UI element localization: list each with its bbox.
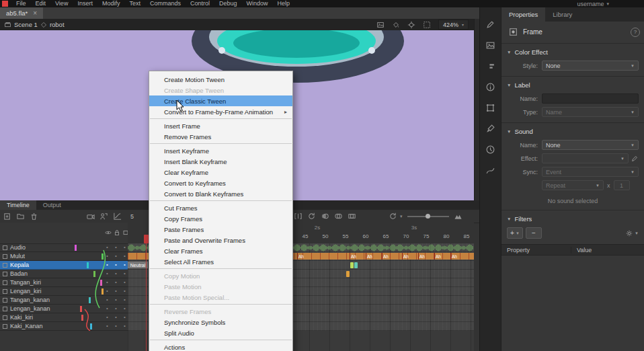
camera-icon[interactable]	[86, 212, 95, 221]
keyframe-mark[interactable]	[354, 262, 358, 268]
align-icon[interactable]	[485, 60, 497, 72]
center-playhead-icon[interactable]	[294, 212, 303, 221]
context-menu-item-clear-frames[interactable]: Clear Frames	[149, 245, 292, 256]
edit-multiple-frames-icon[interactable]	[348, 212, 356, 221]
label-name-input[interactable]	[542, 93, 639, 104]
layer-lock-dot[interactable]: •	[115, 305, 117, 311]
loop-icon[interactable]	[307, 212, 316, 221]
context-menu-item-paste-frames[interactable]: Paste Frames	[149, 224, 292, 235]
menu-text[interactable]: Text	[124, 0, 145, 7]
layer-lock-dot[interactable]: •	[115, 270, 117, 276]
refresh-icon[interactable]	[389, 212, 397, 221]
history-icon[interactable]	[485, 143, 497, 155]
chevron-down-icon[interactable]: ▾	[400, 214, 403, 219]
document-tab[interactable]: ab5.fla* ×	[0, 7, 43, 19]
layer-outline-dot[interactable]: •	[124, 305, 126, 311]
layer-lock-dot[interactable]: •	[115, 262, 117, 268]
layer-lock-dot[interactable]: •	[115, 244, 117, 250]
layer-visibility-dot[interactable]: •	[106, 288, 108, 294]
context-menu-item-cut-frames[interactable]: Cut Frames	[149, 202, 292, 213]
slider-knob[interactable]	[426, 214, 430, 219]
new-folder-icon[interactable]	[16, 212, 25, 221]
layer-lock-dot[interactable]: •	[115, 323, 117, 329]
menu-commands[interactable]: Commands	[145, 0, 186, 7]
section-header[interactable]: ▼ Label	[501, 79, 644, 90]
layer-lock-dot[interactable]: •	[115, 288, 117, 294]
context-menu-item-copy-frames[interactable]: Copy Frames	[149, 213, 292, 224]
onion-outline-icon[interactable]	[334, 212, 343, 221]
layer-outline-dot[interactable]: •	[124, 314, 126, 320]
layer-visibility-dot[interactable]: •	[106, 297, 108, 303]
context-menu-item-insert-blank-keyframe[interactable]: Insert Blank Keyframe	[149, 156, 292, 167]
context-menu-item-actions[interactable]: Actions	[149, 342, 292, 351]
layer-outline-dot[interactable]: •	[124, 270, 126, 276]
context-menu-item-create-classic-tween[interactable]: Create Classic Tween	[149, 95, 292, 106]
menu-modify[interactable]: Modify	[97, 0, 125, 7]
user-account-menu[interactable]: username ▾	[577, 1, 609, 7]
info-icon[interactable]	[485, 81, 497, 93]
parenting-icon[interactable]	[99, 212, 108, 221]
close-tab-icon[interactable]: ×	[33, 9, 37, 17]
context-menu-item-split-audio[interactable]: Split Audio	[149, 327, 292, 338]
layer-outline-dot[interactable]: •	[124, 279, 126, 285]
eye-icon[interactable]	[104, 229, 112, 237]
help-icon[interactable]: ?	[631, 28, 640, 37]
context-menu-item-paste-and-overwrite-frames[interactable]: Paste and Overwrite Frames	[149, 235, 292, 245]
layer-row-tangan-kanan[interactable]: Tangan_kanan•••	[0, 296, 128, 305]
delete-layer-icon[interactable]	[30, 212, 38, 221]
section-header[interactable]: ▼ Filters	[501, 212, 644, 224]
context-menu-item-insert-keyframe[interactable]: Insert Keyframe	[149, 145, 292, 156]
section-header[interactable]: ▼ Sound	[501, 125, 644, 136]
breadcrumb-scene[interactable]: Scene 1	[14, 21, 38, 28]
tab-properties[interactable]: Properties	[501, 7, 545, 22]
layer-row-mulut[interactable]: Mulut•••	[0, 252, 128, 261]
breadcrumb-symbol[interactable]: robot	[50, 21, 65, 28]
layer-lock-dot[interactable]: •	[115, 297, 117, 303]
layer-visibility-dot[interactable]: •	[106, 253, 108, 259]
context-menu-item-create-motion-tween[interactable]: Create Motion Tween	[149, 74, 292, 85]
context-menu-item-convert-to-blank-keyframes[interactable]: Convert to Blank Keyframes	[149, 188, 292, 199]
layer-outline-dot[interactable]: •	[124, 253, 126, 259]
context-menu-item-convert-to-keyframes[interactable]: Convert to Keyframes	[149, 178, 292, 188]
menu-edit[interactable]: Edit	[31, 0, 51, 7]
sound-name-dropdown[interactable]: None ▼	[542, 140, 639, 150]
tab-output[interactable]: Output	[36, 200, 68, 210]
context-menu-item-convert-to-frame-by-frame-animation[interactable]: Convert to Frame-by-Frame Animation▸	[149, 106, 292, 117]
layer-visibility-dot[interactable]: •	[106, 244, 108, 250]
graph-editor-icon[interactable]	[113, 212, 122, 221]
image-icon[interactable]	[485, 39, 497, 51]
lock-icon[interactable]	[113, 229, 121, 237]
context-menu-item-insert-frame[interactable]: Insert Frame	[149, 120, 292, 131]
menu-window[interactable]: Window	[242, 0, 273, 7]
new-layer-icon[interactable]	[3, 212, 11, 221]
keyframe-mark[interactable]	[350, 262, 354, 268]
context-menu-item-remove-frames[interactable]: Remove Frames	[149, 131, 292, 142]
image-icon[interactable]	[376, 21, 385, 29]
frame-span-label[interactable]: Neutral	[128, 262, 148, 268]
context-menu-item-select-all-frames[interactable]: Select All Frames	[149, 256, 292, 267]
layer-visibility-dot[interactable]: •	[106, 262, 108, 268]
layer-row-tangan-kiri[interactable]: Tangan_kiri•••	[0, 278, 128, 287]
layer-lock-dot[interactable]: •	[115, 314, 117, 320]
timeline-zoom-slider[interactable]	[407, 216, 449, 217]
layer-outline-dot[interactable]: •	[124, 323, 126, 329]
brush-icon[interactable]	[485, 122, 497, 134]
menu-help[interactable]: Help	[273, 0, 295, 7]
tab-timeline[interactable]: Timeline	[0, 200, 36, 210]
filter-options-button[interactable]: ▼	[625, 229, 639, 237]
playhead[interactable]	[144, 235, 149, 243]
app-icon[interactable]	[2, 1, 8, 7]
menu-file[interactable]: File	[11, 0, 31, 7]
transform-icon[interactable]	[485, 102, 497, 114]
layer-outline-dot[interactable]: •	[124, 288, 126, 294]
remove-filter-button[interactable]: −	[526, 227, 542, 239]
layer-outline-dot[interactable]: •	[124, 297, 126, 303]
tab-library[interactable]: Library	[545, 7, 579, 22]
context-menu-item-synchronize-symbols[interactable]: Synchronize Symbols	[149, 317, 292, 327]
style-dropdown[interactable]: None ▼	[542, 61, 639, 71]
layer-row-kaki-kiri[interactable]: Kaki_kiri•••	[0, 313, 128, 322]
layer-visibility-dot[interactable]: •	[106, 270, 108, 276]
layer-row-badan[interactable]: Badan•••	[0, 270, 128, 278]
keyframe-mark[interactable]	[346, 271, 350, 277]
layer-visibility-dot[interactable]: •	[106, 323, 108, 329]
